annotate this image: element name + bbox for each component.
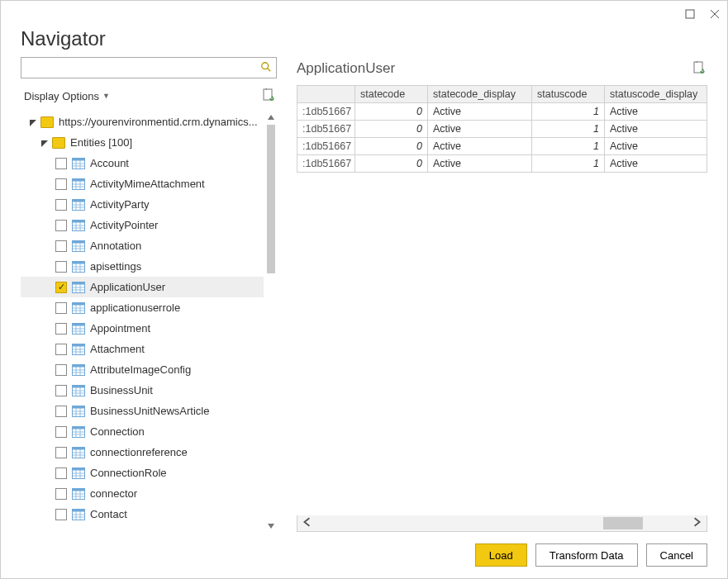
scroll-right-arrow[interactable] — [692, 517, 702, 529]
column-header[interactable]: statuscode — [532, 86, 605, 103]
maximize-button[interactable] — [684, 8, 696, 20]
checkbox[interactable] — [55, 199, 67, 211]
svg-rect-25 — [73, 220, 85, 222]
scroll-thumb[interactable] — [603, 517, 643, 529]
tree-item-label: ActivityPointer — [90, 219, 264, 231]
checkbox[interactable] — [55, 385, 67, 396]
tree-entity-item[interactable]: Annotation — [21, 235, 264, 256]
entity-tree[interactable]: https://yourenvironmentid.crm.dynamics..… — [21, 112, 277, 532]
tree-entity-item[interactable]: BusinessUnitNewsArticle — [21, 401, 264, 421]
svg-rect-97 — [73, 467, 85, 470]
table-row[interactable]: :1db516670Active1Active — [297, 121, 707, 138]
transform-data-button[interactable]: Transform Data — [535, 543, 638, 567]
caret-down-icon[interactable] — [40, 139, 49, 147]
search-box[interactable] — [21, 57, 277, 78]
load-button[interactable]: Load — [475, 543, 527, 567]
cancel-button[interactable]: Cancel — [646, 543, 707, 567]
table-row[interactable]: :1db516670Active1Active — [297, 155, 707, 173]
tree-entity-item[interactable]: Appointment — [21, 318, 264, 339]
cell: Active — [605, 103, 707, 121]
svg-rect-85 — [73, 426, 85, 429]
preview-table[interactable]: statecode statecode_display statuscode s… — [297, 85, 707, 173]
checkbox[interactable] — [55, 220, 67, 231]
tree-item-label: Connection — [90, 425, 264, 438]
tree-item-label: Contact — [90, 508, 264, 520]
preview-options-icon[interactable] — [692, 61, 707, 76]
tree-item-label: ActivityMimeAttachment — [90, 178, 264, 190]
tree-entity-item[interactable]: connector — [21, 483, 264, 504]
tree-entity-item[interactable]: Contact — [21, 504, 264, 524]
table-icon — [72, 385, 85, 396]
horizontal-scrollbar[interactable] — [297, 515, 707, 532]
tree-item-label: BusinessUnitNewsArticle — [90, 405, 264, 417]
tree-entity-item[interactable]: applicationuserrole — [21, 297, 264, 318]
tree-entity-item[interactable]: ActivityPointer — [21, 215, 264, 235]
checkbox[interactable] — [55, 261, 67, 273]
checkbox[interactable] — [55, 178, 67, 190]
checkbox[interactable] — [55, 344, 67, 355]
svg-point-3 — [262, 62, 269, 69]
scroll-thumb[interactable] — [267, 125, 275, 273]
cell: 0 — [355, 103, 428, 121]
vertical-scrollbar[interactable] — [265, 112, 277, 532]
checkbox[interactable] — [55, 302, 67, 314]
svg-rect-55 — [73, 323, 85, 325]
table-header-row: statecode statecode_display statuscode s… — [297, 86, 707, 103]
tree-item-label: connectionreference — [90, 446, 264, 458]
table-icon — [72, 158, 85, 169]
tree-entity-item[interactable]: ✓ApplicationUser — [21, 277, 264, 297]
display-options-button[interactable]: Display Options ▼ — [21, 88, 113, 104]
tree-entity-item[interactable]: Account — [21, 153, 264, 173]
tree-entity-item[interactable]: connectionreference — [21, 442, 264, 463]
cell: :1db51667 — [297, 121, 355, 138]
table-icon — [72, 261, 85, 273]
checkbox[interactable] — [55, 426, 67, 438]
checkbox[interactable] — [55, 323, 67, 335]
options-row: Display Options ▼ — [21, 85, 277, 107]
column-header[interactable] — [297, 86, 355, 103]
checkbox[interactable] — [55, 467, 67, 479]
svg-rect-37 — [73, 261, 85, 263]
tree-item-label: connector — [90, 487, 264, 500]
tree-root-node[interactable]: https://yourenvironmentid.crm.dynamics..… — [21, 112, 264, 132]
tree-item-label: BusinessUnit — [90, 384, 264, 396]
table-icon — [72, 323, 85, 335]
cell: Active — [605, 121, 707, 138]
column-header[interactable]: statecode — [355, 86, 428, 103]
scroll-up-arrow[interactable] — [265, 112, 277, 123]
column-header[interactable]: statuscode_display — [605, 86, 707, 103]
table-row[interactable]: :1db516670Active1Active — [297, 138, 707, 155]
tree-entity-item[interactable]: apisettings — [21, 256, 264, 277]
scroll-down-arrow[interactable] — [265, 520, 277, 532]
checkbox[interactable] — [55, 406, 67, 417]
table-row[interactable]: :1db516670Active1Active — [297, 103, 707, 121]
checkbox[interactable] — [55, 509, 67, 520]
tree-entity-item[interactable]: Attachment — [21, 339, 264, 359]
tree-entity-item[interactable]: ActivityMimeAttachment — [21, 173, 264, 194]
checkbox[interactable] — [55, 488, 67, 500]
search-input[interactable] — [21, 58, 256, 78]
checkbox[interactable]: ✓ — [55, 282, 67, 293]
cell: Active — [428, 138, 532, 155]
tree-entity-item[interactable]: BusinessUnit — [21, 380, 264, 401]
tree-item-label: ApplicationUser — [90, 281, 264, 293]
scroll-left-arrow[interactable] — [302, 517, 312, 529]
caret-down-icon[interactable] — [29, 118, 37, 126]
refresh-icon[interactable] — [262, 88, 277, 103]
tree-entity-item[interactable]: AttributeImageConfig — [21, 359, 264, 380]
cell: :1db51667 — [297, 103, 355, 121]
tree-entity-item[interactable]: ActivityParty — [21, 194, 264, 215]
checkbox[interactable] — [55, 364, 67, 376]
tree-entities-node[interactable]: Entities [100] — [21, 132, 264, 153]
tree-item-label: Account — [90, 157, 264, 169]
tree-entity-item[interactable]: Connection — [21, 421, 264, 442]
checkbox[interactable] — [55, 240, 67, 252]
navigator-window: Navigator Display Options ▼ — [0, 0, 728, 579]
tree-entity-item[interactable]: ConnectionRole — [21, 463, 264, 483]
checkbox[interactable] — [55, 158, 67, 169]
close-button[interactable] — [709, 8, 721, 20]
search-icon[interactable] — [256, 61, 276, 75]
checkbox[interactable] — [55, 447, 67, 458]
column-header[interactable]: statecode_display — [428, 86, 532, 103]
preview-title: ApplicationUser — [297, 60, 395, 77]
